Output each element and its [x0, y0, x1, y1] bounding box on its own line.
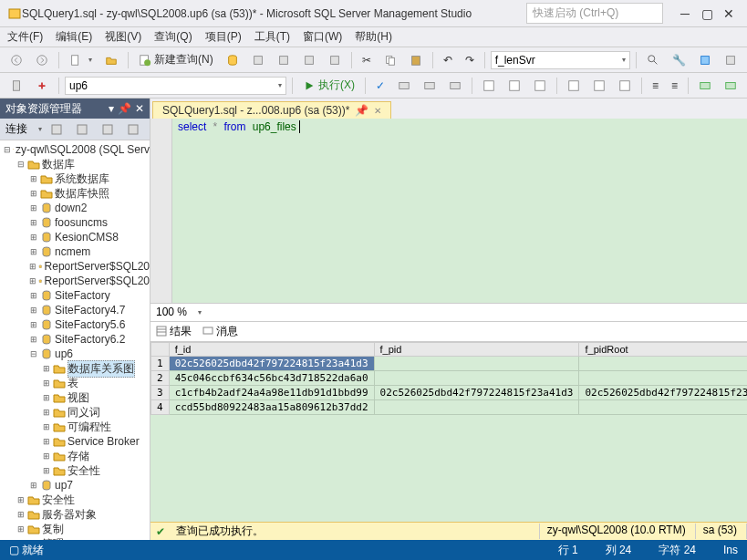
- oe-btn-2[interactable]: [71, 119, 93, 140]
- tool-button-a[interactable]: 🔧: [668, 50, 690, 70]
- paste-button[interactable]: [405, 50, 427, 70]
- sql-editor[interactable]: + select * from up6_files: [150, 119, 747, 304]
- object-combo[interactable]: f_lenSvr▾: [491, 51, 630, 69]
- menu-query[interactable]: 查询(Q): [154, 29, 192, 45]
- quick-launch-input[interactable]: 快速启动 (Ctrl+Q): [526, 3, 663, 24]
- tool-button-c[interactable]: [720, 50, 742, 70]
- tree-server-child[interactable]: ⊞安全性: [0, 493, 150, 507]
- copy-button[interactable]: [379, 50, 401, 70]
- tree-up6-child[interactable]: ⊞视图: [0, 390, 150, 405]
- tree-db-item[interactable]: ⊞down2: [0, 201, 150, 215]
- tree-view[interactable]: ⊟zy-qwl\SQL2008 (SQL Serv ⊟数据库 ⊞系统数据库 ⊞数…: [0, 140, 150, 540]
- messages-tab[interactable]: 消息: [202, 324, 238, 339]
- tree-up6-child[interactable]: ⊞安全性: [0, 463, 150, 478]
- server-icon[interactable]: [5, 76, 27, 96]
- tree-up6-child[interactable]: ⊞存储: [0, 449, 150, 463]
- find-button[interactable]: [642, 50, 664, 70]
- pin-tab-icon[interactable]: 📌: [355, 104, 368, 117]
- cut-button[interactable]: ✂: [358, 50, 376, 70]
- uncomment-button[interactable]: [720, 76, 742, 96]
- menu-project[interactable]: 项目(P): [205, 29, 242, 45]
- redo-button[interactable]: ↷: [461, 50, 479, 70]
- close-tab-icon[interactable]: ✕: [374, 106, 381, 116]
- grid-cell[interactable]: ccd55bd80922483aa15a809612b37dd2: [169, 399, 374, 414]
- parse-button[interactable]: ✓: [371, 76, 389, 96]
- new-file-button[interactable]: ▾: [65, 50, 97, 70]
- tb-btn-4[interactable]: [324, 50, 346, 70]
- tree-db-item[interactable]: ⊞SiteFactory5.6: [0, 317, 150, 332]
- execute-button[interactable]: 执行(X): [298, 76, 359, 96]
- results-grid[interactable]: f_idf_pidf_pidRootf_fdTaskf_fdCh102c5260…: [150, 342, 747, 523]
- grid-rownum[interactable]: 3: [151, 385, 170, 399]
- tree-server-child[interactable]: ⊞服务器对象: [0, 507, 150, 522]
- tool-button-b[interactable]: [694, 50, 716, 70]
- tree-up6-child[interactable]: ⊞Service Broker: [0, 434, 150, 449]
- tree-server-child[interactable]: ⊞复制: [0, 522, 150, 536]
- maximize-button[interactable]: ▢: [696, 5, 718, 23]
- grid-rownum[interactable]: 1: [151, 356, 170, 370]
- sql-btn-5[interactable]: [503, 76, 525, 96]
- minimize-button[interactable]: ─: [674, 5, 696, 23]
- nav-fwd-button[interactable]: [31, 50, 53, 70]
- zoom-combo[interactable]: 100 %: [156, 306, 187, 318]
- sql-btn-1[interactable]: [393, 76, 415, 96]
- comment-button[interactable]: [694, 76, 716, 96]
- sql-btn-8[interactable]: [588, 76, 610, 96]
- close-button[interactable]: ✕: [718, 5, 740, 23]
- sql-btn-6[interactable]: [529, 76, 551, 96]
- tab-sqlquery1[interactable]: SQLQuery1.sql - z...008.up6 (sa (53))*📌✕: [152, 101, 391, 119]
- grid-header[interactable]: [151, 342, 170, 356]
- tree-up6-child[interactable]: ⊞同义词: [0, 405, 150, 420]
- grid-cell[interactable]: [579, 399, 747, 414]
- tb-btn-2[interactable]: [273, 50, 295, 70]
- undo-button[interactable]: ↶: [439, 50, 457, 70]
- open-button[interactable]: [100, 50, 122, 70]
- grid-cell[interactable]: 45c046ccbf634c56bc43d718522da6a0: [169, 370, 374, 385]
- oe-btn-3[interactable]: [97, 119, 119, 140]
- sql-btn-9[interactable]: [614, 76, 636, 96]
- dropdown-icon[interactable]: ▾: [109, 102, 114, 115]
- sql-btn-4[interactable]: [478, 76, 500, 96]
- grid-cell[interactable]: 02c526025dbd42f797224815f23a41d3: [169, 356, 374, 370]
- close-panel-icon[interactable]: ✕: [135, 102, 144, 115]
- tree-up6-child[interactable]: ⊞可编程性: [0, 420, 150, 434]
- tree-snapshot[interactable]: ⊞数据库快照: [0, 186, 150, 201]
- menu-tools[interactable]: 工具(T): [254, 29, 290, 45]
- tree-db-item[interactable]: ⊞SiteFactory6.2: [0, 332, 150, 347]
- tree-db-item[interactable]: ⊞ReportServer$SQL20: [0, 274, 150, 288]
- tree-db-item[interactable]: ⊞ReportServer$SQL20: [0, 259, 150, 274]
- tree-db-item[interactable]: ⊞KesionCMS8: [0, 230, 150, 244]
- grid-header[interactable]: f_pid: [374, 342, 579, 356]
- tree-server[interactable]: ⊟zy-qwl\SQL2008 (SQL Serv: [0, 142, 150, 157]
- tree-db-item[interactable]: ⊞foosuncms: [0, 215, 150, 230]
- tree-db-item[interactable]: ⊞SiteFactory4.7: [0, 303, 150, 317]
- tb-btn-3[interactable]: [298, 50, 320, 70]
- grid-cell[interactable]: c1cfb4b2adf24a4a98e11db91d1bbd99: [169, 385, 374, 399]
- menu-edit[interactable]: 编辑(E): [56, 29, 92, 45]
- tree-up6-child[interactable]: ⊞数据库关系图: [0, 361, 150, 376]
- tb-btn-1[interactable]: [247, 50, 269, 70]
- database-combo[interactable]: up6▾: [65, 77, 286, 95]
- menu-help[interactable]: 帮助(H): [355, 29, 392, 45]
- grid-cell[interactable]: 02c526025dbd42f797224815f23a41d3: [374, 385, 579, 399]
- menu-file[interactable]: 文件(F): [7, 29, 43, 45]
- grid-cell[interactable]: [374, 399, 579, 414]
- grid-cell[interactable]: 02c526025dbd42f797224815f23a41d3: [579, 385, 747, 399]
- grid-cell[interactable]: [374, 370, 579, 385]
- grid-header[interactable]: f_id: [169, 342, 374, 356]
- new-query-button[interactable]: 新建查询(N): [134, 50, 218, 70]
- db-query-button[interactable]: [222, 50, 244, 70]
- menu-view[interactable]: 视图(V): [105, 29, 141, 45]
- tree-db-item[interactable]: ⊞SiteFactory: [0, 288, 150, 303]
- results-tab[interactable]: 结果: [156, 324, 192, 339]
- connect-label[interactable]: 连接: [5, 121, 27, 137]
- tree-databases[interactable]: ⊟数据库: [0, 157, 150, 171]
- sql-btn-2[interactable]: [419, 76, 441, 96]
- oe-btn-1[interactable]: [46, 119, 67, 140]
- tree-up6-child[interactable]: ⊞表: [0, 376, 150, 390]
- sql-btn-7[interactable]: [563, 76, 585, 96]
- menu-window[interactable]: 窗口(W): [303, 29, 342, 45]
- nav-back-button[interactable]: [5, 50, 27, 70]
- sql-btn-3[interactable]: [444, 76, 466, 96]
- grid-header[interactable]: f_pidRoot: [579, 342, 747, 356]
